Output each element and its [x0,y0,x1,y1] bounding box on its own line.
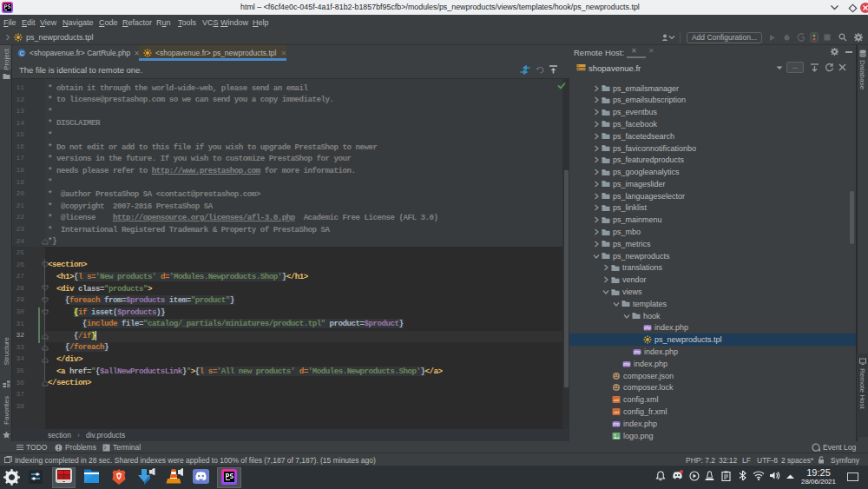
svg-text:php: php [634,350,641,354]
svg-text:php: php [613,422,620,426]
svg-text:xml: xml [614,398,619,402]
svg-text:php: php [623,362,630,367]
svg-text:php: php [644,326,651,330]
svg-text:xml: xml [614,410,619,414]
svg-text:C: C [19,50,23,56]
